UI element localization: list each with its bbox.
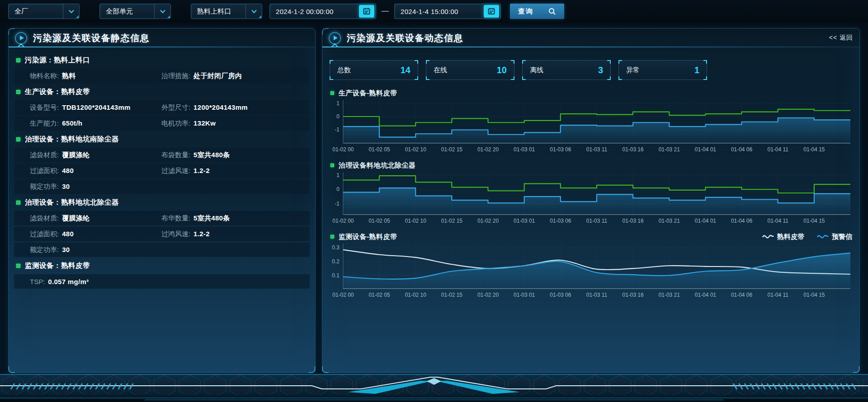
info-section-row: 治理设备：熟料地坑北除尘器 (14, 195, 310, 210)
info-data-row: 生产能力:650t/h电机功率:132Kw (14, 116, 310, 131)
svg-text:01-03 01: 01-03 01 (514, 146, 535, 153)
info-cell: 外型尺寸:1200*204143mm (161, 103, 248, 112)
green-square-icon (330, 91, 334, 95)
svg-text:01-02 05: 01-02 05 (368, 146, 390, 153)
svg-text:01-03 06: 01-03 06 (550, 218, 571, 224)
green-square-icon (16, 264, 20, 268)
static-panel-header: 污染源及关联设备静态信息 (9, 28, 315, 47)
end-datetime-value: 2024-1-4 15:00:00 (395, 8, 484, 15)
calendar-icon[interactable] (359, 5, 374, 18)
svg-text:01-02 20: 01-02 20 (477, 218, 499, 224)
info-data-row: 过滤面积:480过滤风速:1.2-2 (14, 164, 310, 178)
stat-label: 总数 (337, 66, 351, 75)
svg-text:01-02 10: 01-02 10 (405, 146, 426, 153)
info-section-row: 治理设备：熟料地坑南除尘器 (14, 132, 310, 147)
svg-text:01-04 01: 01-04 01 (695, 292, 716, 298)
svg-text:01-02 05: 01-02 05 (368, 292, 390, 298)
svg-text:01-02 00: 01-02 00 (332, 292, 354, 298)
svg-text:01-03 11: 01-03 11 (586, 218, 608, 224)
green-square-icon (16, 58, 20, 62)
field-value: 1.2-2 (193, 167, 210, 174)
svg-text:01-02 15: 01-02 15 (441, 292, 462, 298)
legend-item[interactable]: 熟料皮带 (762, 233, 804, 241)
select-pollution-source-value: 熟料上料口 (191, 7, 245, 16)
field-value: 1200*204143mm (193, 103, 248, 111)
info-cell: 电机功率:132Kw (161, 119, 216, 128)
footer-decoration (0, 374, 868, 402)
section-text: 治理设备：熟料地坑北除尘器 (25, 198, 119, 207)
chart-title: 监测设备-熟料皮带 (339, 233, 397, 241)
field-value: 132Kw (193, 119, 216, 127)
svg-text:01-04 15: 01-04 15 (803, 218, 825, 224)
chart-svg: 10-101-02 0001-02 0501-02 1001-02 1501-0… (330, 172, 852, 226)
end-datetime-picker[interactable]: 2024-1-4 15:00:00 (394, 4, 501, 19)
calendar-icon[interactable] (484, 5, 499, 18)
field-value: 熟料 (62, 72, 76, 80)
info-section-row: 生产设备：熟料皮带 (14, 84, 310, 99)
svg-text:01-03 21: 01-03 21 (659, 292, 680, 298)
info-data-row: 设备型号:TDB1200*204143mm外型尺寸:1200*204143mm (14, 100, 310, 115)
chevron-down-icon[interactable] (245, 4, 262, 19)
select-unit[interactable]: 全部单元 (99, 4, 171, 19)
field-label: TSP: (30, 278, 45, 285)
chart-block: 治理设备料地坑北除尘器10-101-02 0001-02 0501-02 100… (330, 159, 852, 226)
section-text: 治理设备：熟料地坑南除尘器 (25, 135, 119, 144)
svg-text:1: 1 (336, 172, 340, 178)
field-label: 布华数量: (161, 214, 190, 223)
green-square-icon (330, 235, 334, 238)
svg-text:01-04 11: 01-04 11 (768, 218, 789, 224)
field-label: 治理措施: (161, 72, 190, 80)
legend-item[interactable]: 预警信 (817, 233, 852, 241)
chart-legend: 熟料皮带预警信 (762, 233, 852, 241)
svg-text:0: 0 (336, 186, 340, 192)
info-data-row: 物料名称:熟料治理措施:处于封闭厂房内 (14, 69, 310, 83)
wave-line-icon (762, 234, 774, 239)
select-pollution-source[interactable]: 熟料上料口 (191, 4, 262, 19)
chevron-down-icon[interactable] (154, 4, 170, 19)
start-datetime-picker[interactable]: 2024-1-2 00:00:00 (269, 4, 376, 19)
green-square-icon (16, 201, 20, 205)
field-label: 过鸿风速: (161, 230, 190, 238)
field-value: 1.2-2 (193, 230, 210, 238)
field-value: 覆膜涤纶 (62, 151, 90, 159)
field-value: 处于封闭厂房内 (193, 72, 242, 80)
info-data-row: 额定功率:30 (14, 243, 310, 257)
info-cell: 额定功率:30 (30, 182, 161, 191)
svg-text:01-02 10: 01-02 10 (405, 292, 426, 298)
info-cell: 物料名称:熟料 (30, 72, 161, 80)
info-section-row: 污染源：熟料上料口 (14, 53, 310, 68)
caret-decoration-icon (331, 43, 339, 51)
info-cell: TSP:0.057 mg/m³ (30, 278, 161, 285)
charts-container: 生产设备-熟料皮带10-101-02 0001-02 0501-02 1001-… (330, 86, 852, 300)
info-cell: 布袋数量:5室共480条 (161, 151, 230, 159)
info-cell: 布华数量:5室共480条 (161, 214, 230, 223)
info-cell: 治理措施:处于封闭厂房内 (161, 72, 242, 80)
info-cell: 滤袋材质:覆膜涤纶 (30, 214, 161, 223)
svg-text:01-03 16: 01-03 16 (623, 146, 644, 153)
section-text: 污染源：熟料上料口 (25, 56, 90, 65)
section-text: 监测设备：熟料皮带 (25, 261, 90, 271)
search-icon (548, 7, 556, 15)
field-label: 额定功率: (30, 182, 59, 191)
field-label: 物料名称: (30, 72, 59, 80)
search-button-label: 查询 (518, 7, 533, 16)
stat-card: 总数14 (330, 60, 418, 80)
select-factory[interactable]: 全厂 (8, 4, 80, 19)
svg-text:01-02 20: 01-02 20 (477, 292, 499, 298)
search-button[interactable]: 查询 (510, 4, 564, 19)
info-cell: 额定功率:30 (30, 246, 161, 254)
back-button[interactable]: << 返回 (829, 34, 853, 42)
svg-text:01-03 06: 01-03 06 (550, 146, 571, 153)
section-text: 生产设备：熟料皮带 (25, 87, 90, 97)
field-value: 5室共480条 (193, 214, 230, 223)
stat-card: 在线10 (426, 60, 514, 80)
svg-text:0.3: 0.3 (332, 244, 340, 251)
svg-text:01-04 06: 01-04 06 (731, 218, 752, 224)
stat-card: 离线3 (522, 60, 611, 80)
field-label: 过滤面积: (30, 167, 59, 175)
main-content: 污染源及关联设备静态信息 污染源：熟料上料口物料名称:熟料治理措施:处于封闭厂房… (0, 23, 868, 374)
svg-text:01-04 11: 01-04 11 (768, 146, 789, 153)
field-label: 布袋数量: (161, 151, 190, 159)
chevron-down-icon[interactable] (63, 4, 79, 19)
svg-text:01-02 05: 01-02 05 (368, 218, 390, 224)
